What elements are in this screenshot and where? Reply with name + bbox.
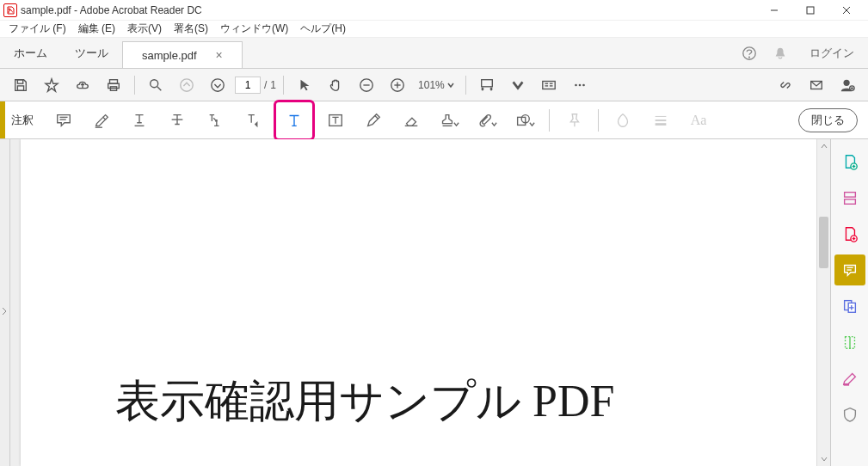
add-text-comment-button[interactable] [274,100,315,141]
page-indicator: / 1 [235,77,276,94]
tab-close-icon[interactable]: × [216,48,223,62]
svg-point-26 [575,83,577,86]
notifications-icon[interactable] [765,38,796,68]
main-toolbar: / 1 101% [0,69,868,101]
stamp-button[interactable] [432,103,466,138]
strikethrough-button[interactable] [160,103,194,138]
replace-text-button[interactable] [198,103,232,138]
tabstrip: ホーム ツール sample.pdf × ログイン [0,38,868,69]
zoom-in-button[interactable] [384,71,411,99]
tab-document-label: sample.pdf [142,49,197,62]
page-current-input[interactable] [235,77,261,94]
svg-point-14 [212,78,224,90]
document-heading: 表示確認用サンプル PDF [115,371,614,432]
comment-toolbar: 注釈 Aa 閉じる [0,101,868,139]
svg-point-5 [749,57,750,58]
text-box-button[interactable] [318,103,353,138]
more-tools-button[interactable] [566,71,594,99]
drawing-tools-button[interactable] [508,103,542,138]
close-window-button[interactable] [828,0,865,21]
chevron-down-icon [446,81,455,89]
svg-point-11 [151,79,158,87]
menubar: ファイル (F) 編集 (E) 表示(V) 署名(S) ウィンドウ(W) ヘルプ… [0,21,868,38]
svg-rect-8 [110,79,118,83]
page-down-button[interactable] [204,71,231,99]
tab-tools[interactable]: ツール [61,38,122,68]
edit-pdf-button[interactable] [834,182,865,213]
svg-rect-21 [543,81,555,89]
fit-page-dropdown[interactable] [504,71,532,99]
tab-home[interactable]: ホーム [0,38,61,68]
find-button[interactable] [142,71,169,99]
close-commentbar-button[interactable]: 閉じる [798,108,858,132]
zoom-value: 101% [418,79,445,91]
svg-point-28 [582,83,585,86]
menu-help[interactable]: ヘルプ(H) [295,20,351,38]
menu-view[interactable]: 表示(V) [122,20,167,38]
fit-width-button[interactable] [473,71,501,99]
protect-button[interactable] [834,399,865,430]
attach-button[interactable] [470,103,504,138]
line-thickness-button[interactable] [643,103,678,138]
pencil-button[interactable] [356,103,391,138]
create-pdf-button[interactable] [834,218,865,249]
svg-rect-50 [844,199,855,204]
help-icon[interactable] [734,38,765,68]
left-panel-handle-icon[interactable] [0,303,9,320]
window-title: sample.pdf - Adobe Acrobat Reader DC [21,4,202,16]
share-link-button[interactable] [772,71,799,99]
highlight-button[interactable] [84,103,119,138]
redact-button[interactable] [834,363,865,394]
page-total: 1 [270,79,276,91]
hand-tool-button[interactable] [322,71,349,99]
left-panel-collapsed[interactable] [0,139,10,466]
svg-point-13 [181,78,193,90]
menu-sign[interactable]: 署名(S) [169,20,213,38]
menu-file[interactable]: ファイル (F) [3,20,71,38]
right-tools-panel [830,139,868,466]
sticky-note-button[interactable] [46,103,81,138]
cloud-button[interactable] [69,71,96,99]
zoom-dropdown[interactable]: 101% [415,79,459,91]
email-button[interactable] [803,71,830,99]
titlebar: sample.pdf - Adobe Acrobat Reader DC [0,0,868,21]
minimize-button[interactable] [756,0,792,21]
svg-rect-9 [108,83,120,88]
color-picker-button[interactable] [606,103,640,138]
select-tool-button[interactable] [291,71,318,99]
tab-document[interactable]: sample.pdf × [122,41,243,68]
share-people-button[interactable] [834,71,861,99]
svg-rect-20 [481,79,492,86]
star-button[interactable] [38,71,65,99]
zoom-out-button[interactable] [353,71,380,99]
export-pdf-button[interactable] [834,146,865,177]
comment-tool-button[interactable] [834,254,865,285]
document-viewport[interactable]: 表示確認用サンプル PDF [10,139,816,466]
page-up-button[interactable] [173,71,200,99]
menu-edit[interactable]: 編集 (E) [73,20,120,38]
comment-toolbar-label: 注釈 [0,101,45,138]
svg-line-12 [157,86,162,90]
read-mode-button[interactable] [535,71,563,99]
pin-button[interactable] [557,103,591,138]
organize-pages-button[interactable] [834,327,865,358]
menu-window[interactable]: ウィンドウ(W) [215,20,293,38]
text-properties-button[interactable]: Aa [681,103,716,138]
eraser-button[interactable] [394,103,428,138]
save-button[interactable] [7,71,34,99]
print-button[interactable] [100,71,127,99]
underline-button[interactable] [122,103,157,138]
vertical-scrollbar[interactable] [816,139,830,466]
scroll-up-icon[interactable] [817,139,830,153]
scroll-down-icon[interactable] [817,452,830,466]
login-button[interactable]: ログイン [796,38,868,68]
svg-rect-6 [17,79,22,83]
svg-rect-1 [807,7,814,14]
combine-files-button[interactable] [834,291,865,322]
pdf-page[interactable]: 表示確認用サンプル PDF [21,139,816,466]
page-sep: / [264,79,267,91]
scroll-thumb[interactable] [819,217,828,268]
insert-text-button[interactable] [236,103,270,138]
maximize-button[interactable] [792,0,828,21]
svg-point-27 [578,83,581,86]
